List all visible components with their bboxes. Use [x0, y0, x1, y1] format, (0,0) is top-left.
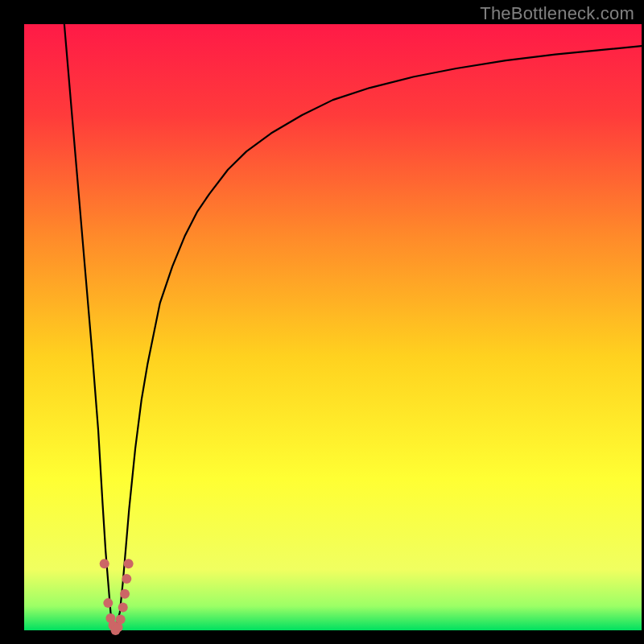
marker-dot	[118, 602, 128, 612]
watermark-text: TheBottleneck.com	[480, 3, 634, 24]
marker-dot	[100, 559, 109, 568]
marker-dot	[103, 598, 113, 608]
plot-background	[24, 24, 642, 630]
marker-dot	[116, 614, 126, 624]
bottleneck-chart	[0, 0, 644, 644]
marker-dot	[124, 559, 134, 568]
chart-frame: TheBottleneck.com	[0, 0, 644, 644]
marker-dot	[122, 574, 131, 584]
marker-dot	[120, 589, 130, 599]
